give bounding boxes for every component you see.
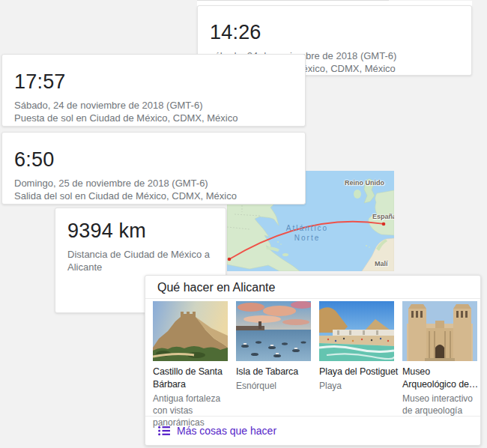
- island: [366, 245, 367, 246]
- partial-card-edge-line: [197, 0, 389, 1]
- sunset-date-line: Sábado, 24 de noviembre de 2018 (GMT-6): [14, 99, 293, 112]
- things-to-do-card: Qué hacer en Alicante: [145, 275, 481, 446]
- things-to-do-footer: Más cosas que hacer: [145, 416, 480, 445]
- destination-dot-icon: [382, 223, 386, 226]
- attraction-name: Isla de Tabarca: [236, 366, 315, 378]
- attraction-name: Museo Arqueológico de…: [402, 366, 482, 391]
- attraction-card-postiguet[interactable]: Playa del Postiguet Playa: [319, 301, 394, 429]
- island: [369, 246, 370, 248]
- sunset-card: 17:57 Sábado, 24 de noviembre de 2018 (G…: [1, 54, 306, 127]
- attraction-card-castillo[interactable]: Castillo de Santa Bárbara Antigua fortal…: [153, 301, 228, 429]
- sunrise-date-line: Domingo, 25 de noviembre de 2018 (GMT-6): [14, 177, 293, 190]
- attraction-photo-castillo: [153, 301, 228, 361]
- sunset-value: 17:57: [14, 70, 293, 93]
- hispaniola: [282, 253, 288, 256]
- ocean-label-line1: Atlántico: [270, 223, 345, 233]
- attraction-card-museo[interactable]: Museo Arqueológico de… Museo interactivo…: [402, 301, 477, 429]
- sunrise-caption: Salida del sol en Ciudad de México, CDMX…: [14, 190, 293, 202]
- attractions-carousel: Castillo de Santa Bárbara Antigua fortal…: [145, 299, 480, 429]
- attraction-card-tabarca[interactable]: Isla de Tabarca Esnórquel: [236, 301, 311, 429]
- attraction-name: Castillo de Santa Bárbara: [153, 366, 232, 391]
- map-label-mali: Malí: [375, 260, 388, 267]
- distance-value: 9394 km: [67, 220, 214, 242]
- distance-caption-line2: Alicante: [67, 261, 214, 273]
- attraction-photo-postiguet: [319, 301, 394, 361]
- things-to-do-title: Qué hacer en Alicante: [145, 276, 480, 299]
- sunrise-value: 6:50: [14, 148, 293, 171]
- more-things-link[interactable]: Más cosas que hacer: [158, 425, 276, 437]
- attraction-photo-museo: [402, 301, 477, 361]
- island: [280, 243, 282, 245]
- ocean-label-line2: Norte: [270, 233, 345, 243]
- list-icon: [158, 426, 170, 436]
- attraction-description: Museo interactivo de arqueología: [402, 393, 482, 417]
- map-label-atlantico-norte: Atlántico Norte: [270, 223, 345, 243]
- time-value: 14:26: [210, 21, 459, 43]
- map-label-reino-unido: Reino Unido: [345, 179, 384, 187]
- distance-caption-line1: Distancia de Ciudad de México a: [67, 248, 214, 261]
- more-things-label: Más cosas que hacer: [177, 425, 276, 437]
- origin-dot-icon: [228, 258, 232, 261]
- ireland: [354, 190, 361, 199]
- sunrise-card: 6:50 Domingo, 25 de noviembre de 2018 (G…: [1, 132, 306, 205]
- sunset-caption: Puesta de sol en Ciudad de México, CDMX,…: [14, 112, 293, 124]
- map-label-espana: España: [372, 213, 394, 220]
- attraction-name: Playa del Postiguet: [319, 366, 399, 378]
- attraction-photo-tabarca: [236, 301, 311, 361]
- attraction-description: Esnórquel: [236, 380, 315, 392]
- attraction-description: Playa: [319, 380, 399, 392]
